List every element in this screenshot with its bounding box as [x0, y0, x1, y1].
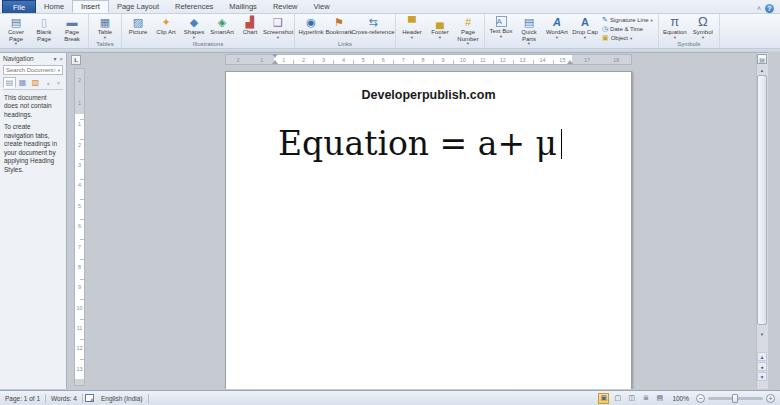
text-box-button[interactable]: A Text Box ▾ — [487, 15, 515, 39]
table-button[interactable]: ▦ Table ▾ — [91, 15, 119, 40]
navigation-pane-close-icon[interactable]: × — [59, 56, 63, 62]
window-buttons: ˄ ? — [757, 4, 780, 13]
cross-reference-button[interactable]: ⇆ Cross-reference — [353, 15, 393, 40]
navigation-pane-title: Navigation — [3, 55, 34, 62]
symbol-button[interactable]: Ω Symbol ▾ — [689, 15, 717, 40]
document-page[interactable]: Developerpublish.com Equation = a+ μ — [225, 71, 632, 389]
tab-home[interactable]: Home — [36, 0, 72, 13]
screenshot-icon: ❑ — [273, 16, 283, 28]
shapes-button[interactable]: ◆ Shapes ▾ — [180, 15, 208, 40]
clip-art-button[interactable]: ✦ Clip Art — [152, 15, 180, 40]
search-icon[interactable]: ⌕ — [53, 66, 57, 74]
nav-tab-browse-pages[interactable]: ▦ — [16, 77, 29, 88]
ruler-right-margin: 1718 — [572, 55, 631, 64]
footer-button[interactable]: ▄ Footer ▾ — [426, 15, 454, 40]
search-input[interactable] — [6, 67, 53, 73]
text-box-icon: A — [496, 16, 507, 27]
wordart-button[interactable]: A WordArt ▾ — [543, 15, 571, 40]
right-indent-marker[interactable] — [567, 60, 573, 64]
select-browse-object-button[interactable]: ● — [757, 362, 767, 371]
object-button[interactable]: ▣ Object ▾ — [600, 34, 655, 42]
nav-tab-browse-results[interactable]: ▧ — [29, 77, 42, 88]
outline-view-button[interactable]: ≣ — [640, 393, 651, 404]
cover-page-button[interactable]: ▤ Cover Page ▾ — [2, 15, 30, 46]
ruler-toggle-button[interactable]: ▤ — [757, 54, 767, 64]
drop-cap-icon: A — [581, 16, 589, 28]
nav-tab-browse-headings[interactable]: ▤ — [3, 77, 16, 88]
zoom-slider[interactable] — [708, 397, 763, 400]
signature-line-icon: ✎ — [602, 16, 608, 24]
navigation-pane-menu-icon[interactable]: ▾ — [53, 55, 56, 62]
tab-view[interactable]: View — [305, 0, 337, 13]
hyperlink-button[interactable]: ◉ Hyperlink — [297, 15, 325, 40]
web-layout-view-button[interactable]: ◫ — [626, 393, 637, 404]
tab-insert[interactable]: Insert — [72, 0, 109, 13]
status-separator — [148, 394, 149, 403]
equation-text: Equation = a+ μ — [278, 124, 557, 163]
page-break-button[interactable]: ▬ Page Break — [58, 15, 86, 46]
text-cursor — [561, 129, 562, 159]
help-button[interactable]: ? — [765, 4, 774, 13]
signature-line-button[interactable]: ✎ Signature Line ▾ — [600, 16, 655, 24]
page-number-button[interactable]: # Page Number ▾ — [454, 15, 482, 46]
vertical-ruler: 21 12345678910111213 — [74, 68, 85, 386]
screenshot-button[interactable]: ❑ Screenshot ▾ — [264, 15, 292, 40]
status-separator — [82, 394, 83, 403]
smartart-button[interactable]: ◈ SmartArt — [208, 15, 236, 40]
smartart-icon: ◈ — [218, 16, 226, 28]
tab-mailings[interactable]: Mailings — [221, 0, 265, 13]
zoom-out-button[interactable]: − — [696, 394, 705, 403]
tab-references[interactable]: References — [167, 0, 221, 13]
zoom-in-button[interactable]: + — [766, 394, 775, 403]
document-heading-text[interactable]: Developerpublish.com — [226, 88, 631, 102]
scrollbar-thumb[interactable] — [757, 75, 767, 325]
page-break-icon: ▬ — [67, 16, 78, 28]
quick-parts-button[interactable]: ▤ Quick Parts ▾ — [515, 15, 543, 46]
tab-stop-selector[interactable]: L — [71, 55, 81, 65]
navigation-pane: Navigation ▾ × ⌕ ▾ ▤ ▦ ▧ ▲ ▼ This docume… — [0, 52, 67, 389]
search-options-chevron-icon[interactable]: ▾ — [58, 68, 60, 73]
hanging-indent-marker[interactable] — [272, 60, 278, 64]
chart-button[interactable]: ▟ Chart — [236, 15, 264, 40]
minimize-ribbon-icon[interactable]: ˄ — [757, 5, 761, 12]
blank-page-button[interactable]: ▯ Blank Page — [30, 15, 58, 46]
ruler-text-area: 123456789101112131415 — [274, 55, 573, 64]
equation-text-line[interactable]: Equation = a+ μ — [278, 124, 631, 163]
quick-parts-icon: ▤ — [524, 16, 534, 28]
proofing-status-icon[interactable] — [85, 394, 94, 402]
zoom-slider-thumb[interactable] — [732, 394, 738, 403]
tab-page-layout[interactable]: Page Layout — [109, 0, 167, 13]
search-box[interactable]: ⌕ ▾ — [3, 65, 63, 75]
first-line-indent-marker[interactable] — [272, 54, 278, 58]
print-layout-view-button[interactable]: ▣ — [598, 393, 609, 404]
equation-button[interactable]: π Equation ▾ — [661, 15, 689, 40]
next-page-button[interactable]: ▼ — [757, 372, 767, 381]
drop-cap-button[interactable]: A Drop Cap ▾ — [571, 15, 599, 40]
tab-review[interactable]: Review — [265, 0, 306, 13]
ruler-vertical-text-area: 12345678910111213 — [75, 114, 84, 379]
header-button[interactable]: ▀ Header ▾ — [398, 15, 426, 40]
footer-icon: ▄ — [436, 16, 444, 28]
full-screen-reading-view-button[interactable]: ▢ — [612, 393, 623, 404]
previous-page-button[interactable]: ▲ — [757, 352, 767, 361]
symbol-icon: Ω — [698, 16, 708, 28]
scroll-up-arrow[interactable]: ▲ — [757, 66, 767, 74]
vertical-scrollbar[interactable]: ▤ ▲ ▼ ▲ ● ▼ — [756, 53, 768, 389]
word-count-status[interactable]: Words: 4 — [46, 391, 82, 405]
status-bar: Page: 1 of 1 Words: 4 English (India) ▣ … — [0, 390, 780, 405]
clip-art-icon: ✦ — [161, 16, 170, 28]
bookmark-button[interactable]: ⚑ Bookmark — [325, 15, 353, 40]
ribbon: ▤ Cover Page ▾ ▯ Blank Page ▬ Page Break… — [0, 14, 780, 48]
zoom-level-label[interactable]: 100% — [668, 395, 693, 402]
picture-button[interactable]: ▨ Picture — [124, 15, 152, 40]
language-status[interactable]: English (India) — [96, 391, 148, 405]
page-count-status[interactable]: Page: 1 of 1 — [0, 391, 45, 405]
ribbon-group-illustrations: ▨ Picture ✦ Clip Art ◆ Shapes ▾ ◈ SmartA… — [122, 14, 295, 48]
tab-file[interactable]: File — [2, 0, 36, 13]
draft-view-button[interactable]: ▤ — [654, 393, 665, 404]
date-time-button[interactable]: ◷ Date & Time — [600, 25, 655, 33]
ribbon-tab-row: File Home Insert Page Layout References … — [0, 0, 780, 14]
ribbon-group-header-footer: ▀ Header ▾ ▄ Footer ▾ # Page Number ▾ He… — [396, 14, 485, 48]
nav-prev-next-arrows[interactable]: ▲ ▼ — [46, 80, 63, 86]
scroll-down-arrow[interactable]: ▼ — [757, 330, 767, 338]
